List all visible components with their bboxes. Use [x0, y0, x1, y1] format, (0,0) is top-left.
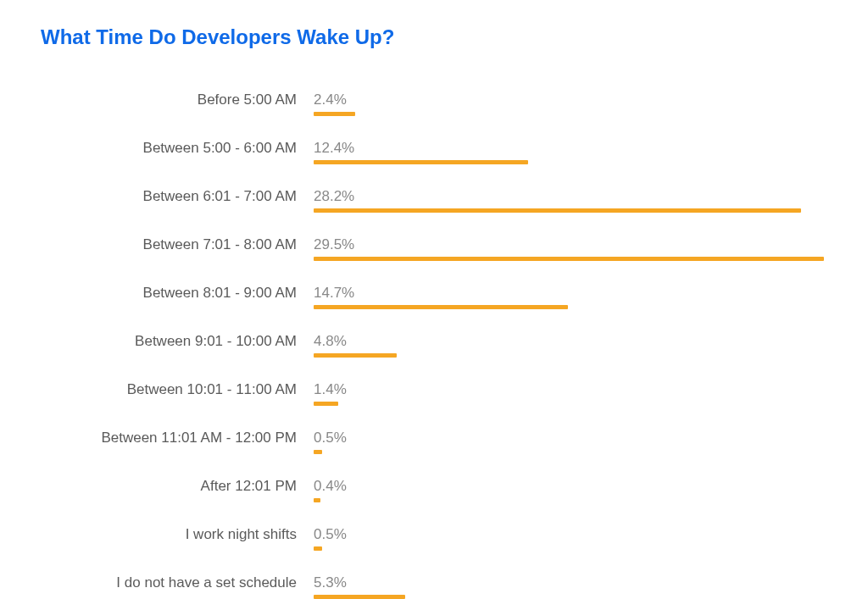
chart-row: I work night shifts 0.5%: [34, 526, 834, 551]
bar-area: 29.5%: [314, 236, 834, 261]
bar: [314, 595, 405, 599]
chart-row: Between 11:01 AM - 12:00 PM 0.5%: [34, 430, 834, 454]
value-label: 2.4%: [314, 92, 834, 108]
chart-title: What Time Do Developers Wake Up?: [41, 25, 834, 49]
bar: [314, 450, 322, 454]
value-label: 14.7%: [314, 285, 834, 302]
chart-row: Between 6:01 - 7:00 AM 28.2%: [34, 188, 834, 213]
value-label: 28.2%: [314, 188, 834, 205]
bar-area: 0.4%: [314, 478, 834, 502]
category-label: Between 10:01 - 11:00 AM: [34, 381, 314, 398]
bar-area: 14.7%: [314, 285, 834, 309]
value-label: 0.5%: [314, 430, 834, 446]
bar-area: 1.4%: [314, 381, 834, 406]
bar: [314, 402, 338, 406]
value-label: 0.4%: [314, 478, 834, 495]
bar: [314, 160, 528, 164]
bar: [314, 305, 568, 309]
value-label: 29.5%: [314, 236, 834, 253]
bar: [314, 498, 320, 502]
chart-row: Before 5:00 AM 2.4%: [34, 92, 834, 116]
bar: [314, 353, 397, 358]
category-label: Between 6:01 - 7:00 AM: [34, 188, 314, 205]
value-label: 4.8%: [314, 333, 834, 350]
chart-row: Between 7:01 - 8:00 AM 29.5%: [34, 236, 834, 261]
bar: [314, 112, 355, 116]
value-label: 5.3%: [314, 574, 834, 591]
chart-row: Between 9:01 - 10:00 AM 4.8%: [34, 333, 834, 358]
category-label: I work night shifts: [34, 526, 314, 543]
chart-row: Between 10:01 - 11:00 AM 1.4%: [34, 381, 834, 406]
bar: [314, 257, 824, 261]
category-label: After 12:01 PM: [34, 478, 314, 495]
bar-area: 28.2%: [314, 188, 834, 213]
bar-area: 4.8%: [314, 333, 834, 358]
bar-area: 0.5%: [314, 526, 834, 551]
value-label: 1.4%: [314, 381, 834, 398]
category-label: Between 11:01 AM - 12:00 PM: [34, 430, 314, 446]
bar-area: 2.4%: [314, 92, 834, 116]
category-label: Before 5:00 AM: [34, 92, 314, 108]
chart-row: I do not have a set schedule 5.3%: [34, 574, 834, 599]
value-label: 0.5%: [314, 526, 834, 543]
bar-area: 12.4%: [314, 140, 834, 164]
chart-row: After 12:01 PM 0.4%: [34, 478, 834, 502]
category-label: Between 9:01 - 10:00 AM: [34, 333, 314, 350]
bar-area: 5.3%: [314, 574, 834, 599]
chart-row: Between 8:01 - 9:00 AM 14.7%: [34, 285, 834, 309]
bar: [314, 208, 801, 213]
chart-row: Between 5:00 - 6:00 AM 12.4%: [34, 140, 834, 164]
category-label: Between 7:01 - 8:00 AM: [34, 236, 314, 253]
bar-area: 0.5%: [314, 430, 834, 454]
bar: [314, 546, 322, 551]
bar-chart: Before 5:00 AM 2.4% Between 5:00 - 6:00 …: [34, 92, 834, 599]
category-label: I do not have a set schedule: [34, 574, 314, 591]
value-label: 12.4%: [314, 140, 834, 157]
category-label: Between 8:01 - 9:00 AM: [34, 285, 314, 302]
category-label: Between 5:00 - 6:00 AM: [34, 140, 314, 157]
